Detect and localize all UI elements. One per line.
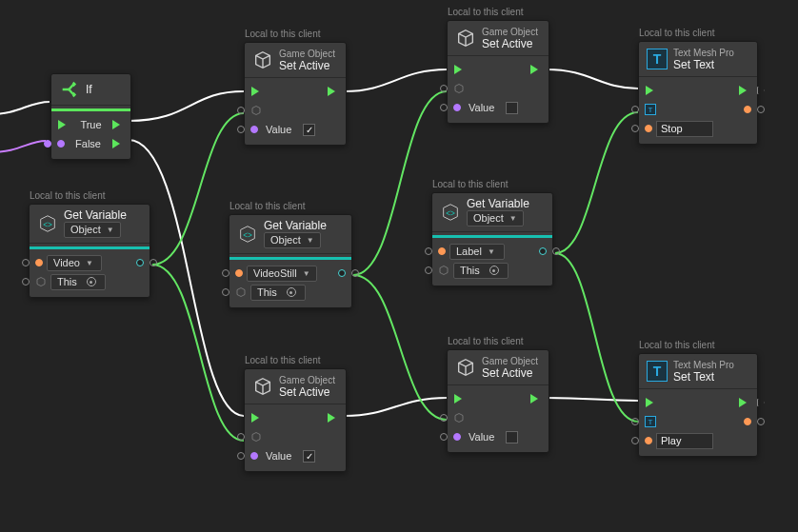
out-port-ring[interactable]: [757, 418, 765, 425]
value-port[interactable]: [237, 452, 245, 460]
node-caption: Local to this client: [229, 201, 306, 211]
text-small-icon: T: [645, 104, 656, 115]
out-port-ring[interactable]: [757, 106, 765, 113]
value-out-port[interactable]: [338, 269, 346, 277]
node-get-variable-videostill[interactable]: Local to this client <> Get Variable Obj…: [229, 214, 352, 308]
value-port[interactable]: [440, 104, 448, 111]
output-false-label: False: [71, 138, 105, 149]
target-port[interactable]: [440, 85, 448, 92]
out-port[interactable]: [744, 106, 751, 113]
text-in-port[interactable]: [631, 437, 639, 444]
object-port[interactable]: [22, 278, 30, 286]
node-if[interactable]: If True False: [50, 73, 131, 160]
target-port[interactable]: [237, 107, 245, 114]
flow-out-port[interactable]: [327, 412, 340, 424]
node-caption: Local to this client: [639, 340, 715, 350]
flow-in-port[interactable]: [250, 86, 264, 97]
variable-name-dropdown[interactable]: Label▼: [449, 244, 505, 260]
flow-in-port[interactable]: [453, 393, 467, 404]
target-port[interactable]: [440, 414, 448, 422]
flow-out-port[interactable]: [738, 85, 751, 96]
variable-name-dropdown[interactable]: Video▼: [47, 255, 102, 271]
node-set-active-2[interactable]: Local to this client Game Object Set Act…: [447, 20, 549, 124]
node-title: If: [86, 84, 92, 96]
node-caption: Local to this client: [448, 336, 524, 346]
cube-small-icon: [453, 83, 465, 94]
output-true-label: True: [76, 119, 105, 130]
condition-in-port[interactable]: [44, 140, 51, 148]
flow-tri-port[interactable]: [757, 87, 765, 94]
node-caption: Local to this client: [639, 28, 715, 38]
value-out-ring[interactable]: [351, 269, 359, 277]
out-port[interactable]: [744, 418, 751, 425]
text-in-port[interactable]: [631, 125, 639, 132]
node-set-text-stop[interactable]: Local to this client T Text Mesh Pro Set…: [638, 41, 758, 145]
cube-small-icon: [35, 276, 47, 287]
flow-out-port[interactable]: [327, 86, 340, 97]
scope-dropdown[interactable]: Object▼: [264, 232, 321, 248]
value-port[interactable]: [440, 433, 448, 441]
target-port[interactable]: [631, 418, 639, 425]
value-out-port[interactable]: [136, 259, 144, 266]
object-dropdown[interactable]: This: [250, 285, 306, 301]
cube-small-icon: [250, 431, 262, 443]
flow-in-port[interactable]: [645, 85, 658, 96]
variable-icon: <>: [237, 224, 258, 245]
object-dropdown[interactable]: This: [50, 274, 106, 290]
node-get-variable-label[interactable]: Local to this client <> Get Variable Obj…: [431, 192, 553, 286]
node-caption: Local to this client: [245, 29, 321, 39]
flow-in-port[interactable]: [57, 119, 70, 130]
node-caption: Local to this client: [30, 190, 106, 201]
node-caption: Local to this client: [245, 355, 321, 365]
svg-text:<>: <>: [446, 209, 455, 218]
flow-out-port[interactable]: [529, 393, 543, 404]
value-checkbox[interactable]: [506, 431, 518, 443]
value-out-ring[interactable]: [150, 259, 157, 266]
object-port[interactable]: [222, 288, 229, 296]
target-port[interactable]: [237, 433, 245, 441]
target-port[interactable]: [631, 106, 639, 113]
node-get-variable-video[interactable]: Local to this client <> Get Variable Obj…: [29, 204, 150, 298]
value-checkbox[interactable]: ✓: [303, 450, 315, 463]
variable-icon: <>: [440, 202, 461, 223]
text-icon: T: [647, 361, 668, 382]
variable-icon: <>: [37, 213, 58, 234]
name-port[interactable]: [22, 259, 30, 266]
value-out-port[interactable]: [539, 247, 547, 255]
flow-in-port[interactable]: [645, 397, 658, 408]
flow-out-true-port[interactable]: [111, 119, 125, 130]
scope-dropdown[interactable]: Object▼: [467, 210, 524, 227]
svg-text:<>: <>: [43, 221, 52, 229]
flow-out-port[interactable]: [529, 64, 543, 75]
name-port[interactable]: [222, 269, 229, 277]
condition-dot: [57, 140, 65, 148]
value-port[interactable]: [237, 126, 245, 133]
value-checkbox[interactable]: [506, 102, 518, 114]
cube-small-icon: [235, 286, 247, 298]
node-set-text-play[interactable]: Local to this client T Text Mesh Pro Set…: [638, 353, 758, 457]
name-port[interactable]: [425, 247, 432, 255]
flow-out-port[interactable]: [738, 397, 751, 408]
value-checkbox[interactable]: ✓: [303, 124, 315, 136]
cube-icon: [252, 376, 273, 397]
text-icon: T: [647, 49, 668, 69]
node-caption: Local to this client: [448, 7, 524, 17]
value-out-ring[interactable]: [552, 247, 560, 255]
cube-small-icon: [453, 412, 465, 424]
flow-in-port[interactable]: [453, 64, 467, 75]
cube-small-icon: [250, 105, 262, 116]
variable-name-dropdown[interactable]: VideoStill▼: [247, 266, 317, 282]
object-port[interactable]: [425, 266, 432, 274]
flow-in-port[interactable]: [250, 412, 264, 424]
node-set-active-1[interactable]: Local to this client Game Object Set Act…: [244, 42, 347, 146]
text-input[interactable]: Stop: [656, 121, 713, 137]
node-set-active-3[interactable]: Local to this client Game Object Set Act…: [244, 368, 347, 472]
node-set-active-4[interactable]: Local to this client Game Object Set Act…: [447, 349, 549, 453]
cube-icon: [455, 28, 476, 49]
node-header: If: [51, 74, 130, 106]
flow-tri-port[interactable]: [757, 399, 765, 406]
flow-out-false-port[interactable]: [111, 138, 125, 149]
object-dropdown[interactable]: This: [453, 263, 509, 279]
scope-dropdown[interactable]: Object▼: [64, 222, 121, 238]
text-input[interactable]: Play: [656, 433, 713, 449]
